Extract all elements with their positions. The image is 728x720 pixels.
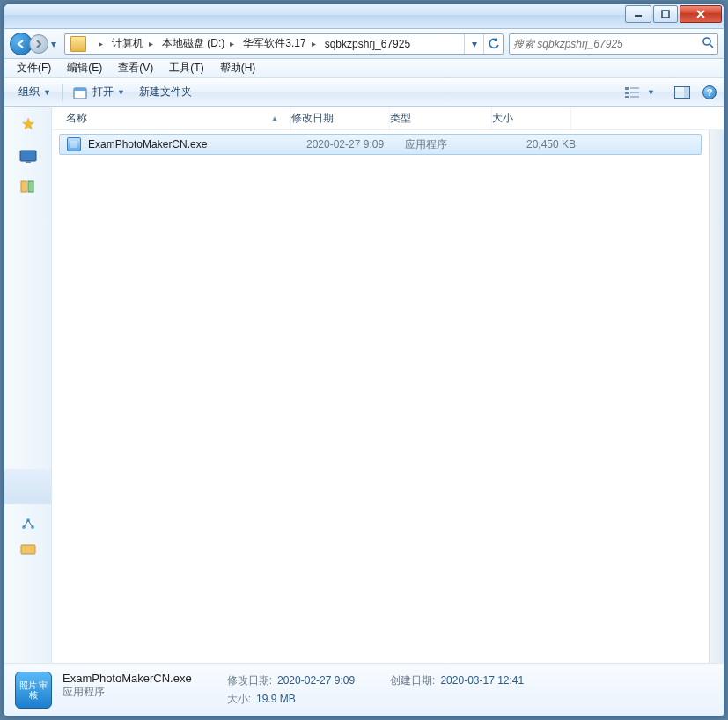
svg-rect-13 <box>684 87 689 98</box>
toolbar-right: ▼ ? <box>617 82 717 103</box>
file-list[interactable]: ExamPhotoMakerCN.exe 2020-02-27 9:09 应用程… <box>52 130 709 663</box>
column-label: 名称 <box>66 111 87 126</box>
search-box[interactable] <box>509 33 718 55</box>
details-filename: ExamPhotoMakerCN.exe <box>63 672 192 685</box>
folder-icon <box>70 36 86 52</box>
svg-rect-16 <box>21 181 26 192</box>
address-dropdown[interactable]: ▾ <box>464 34 483 54</box>
menu-edit[interactable]: 编辑(E) <box>60 59 109 77</box>
file-view: 名称▲ 修改日期 类型 大小 ExamPhotoMakerCN.exe 2020… <box>52 107 724 663</box>
svg-rect-6 <box>625 87 629 90</box>
minimize-button[interactable] <box>625 5 651 23</box>
file-type: 应用程序 <box>405 137 507 152</box>
nav-buttons: ▾ <box>10 32 59 56</box>
open-button[interactable]: 打开▼ <box>66 82 132 103</box>
column-headers: 名称▲ 修改日期 类型 大小 <box>52 107 724 130</box>
vertical-scrollbar[interactable] <box>709 130 724 663</box>
svg-line-3 <box>710 44 713 48</box>
libraries-icon[interactable] <box>19 180 37 194</box>
details-filetype: 应用程序 <box>63 685 192 700</box>
breadcrumb-label: 华军软件3.17 <box>243 36 305 51</box>
details-created-label: 创建日期: <box>390 672 435 689</box>
address-bar[interactable]: ▸ 计算机▸ 本地磁盘 (D:)▸ 华军软件3.17▸ sqbkzpshrj_6… <box>64 33 504 55</box>
svg-rect-7 <box>625 92 629 94</box>
preview-pane-button[interactable] <box>667 82 697 103</box>
toolbar-separator <box>62 84 63 101</box>
menu-view[interactable]: 查看(V) <box>111 59 160 77</box>
menu-bar: 文件(F) 编辑(E) 查看(V) 工具(T) 帮助(H) <box>4 59 724 78</box>
navigation-pane[interactable]: ★ <box>4 107 52 663</box>
column-date[interactable]: 修改日期 <box>291 107 390 129</box>
desktop-icon[interactable] <box>19 150 37 164</box>
menu-tools[interactable]: 工具(T) <box>162 59 210 77</box>
history-dropdown[interactable]: ▾ <box>48 33 59 55</box>
file-name: ExamPhotoMakerCN.exe <box>88 138 306 151</box>
file-size: 20,450 KB <box>507 138 586 151</box>
favorites-icon[interactable]: ★ <box>21 114 35 134</box>
organize-button[interactable]: 组织▼ <box>11 82 58 103</box>
breadcrumb-label: 本地磁盘 (D:) <box>162 36 224 51</box>
window-controls <box>625 5 722 23</box>
computer-icon[interactable] <box>19 543 37 557</box>
open-icon <box>73 86 89 99</box>
file-date: 2020-02-27 9:09 <box>306 138 405 151</box>
details-file-icon: 照片 审核 <box>15 672 52 709</box>
open-label: 打开 <box>92 84 114 99</box>
sort-indicator-icon: ▲ <box>271 114 278 122</box>
breadcrumb-computer[interactable]: 计算机▸ <box>108 34 158 54</box>
explorer-window: ▾ ▸ 计算机▸ 本地磁盘 (D:)▸ 华军软件3.17▸ sqbkzpshrj… <box>4 4 724 716</box>
titlebar <box>4 4 724 29</box>
breadcrumb-label: 计算机 <box>112 36 143 51</box>
breadcrumb-drive[interactable]: 本地磁盘 (D:)▸ <box>158 34 239 54</box>
breadcrumb-folder2[interactable]: sqbkzpshrj_67925 <box>321 34 415 54</box>
refresh-button[interactable] <box>483 34 503 54</box>
details-modified-value: 2020-02-27 9:09 <box>277 672 355 689</box>
svg-rect-14 <box>20 151 36 161</box>
svg-rect-17 <box>28 181 33 192</box>
column-type[interactable]: 类型 <box>390 107 492 129</box>
address-bar-end: ▾ <box>464 34 503 54</box>
maximize-button[interactable] <box>653 5 678 23</box>
content-area: ★ 名称▲ 修改日期 类型 大小 ExamPhotoMakerCN.exe 20… <box>4 107 724 663</box>
breadcrumb-sep-root[interactable]: ▸ <box>90 34 108 54</box>
svg-rect-8 <box>625 96 629 98</box>
close-button[interactable] <box>680 5 722 23</box>
sidebar-splitter-handle[interactable] <box>4 469 51 504</box>
svg-rect-15 <box>26 161 31 163</box>
view-mode-button[interactable]: ▼ <box>617 82 662 103</box>
command-bar: 组织▼ 打开▼ 新建文件夹 ▼ ? <box>4 78 724 107</box>
exe-icon <box>67 137 81 151</box>
details-modified-label: 修改日期: <box>227 672 272 689</box>
network-icon[interactable] <box>19 517 37 531</box>
details-info: ExamPhotoMakerCN.exe 应用程序 修改日期:2020-02-2… <box>63 672 524 708</box>
svg-rect-1 <box>662 11 669 18</box>
details-pane: 照片 审核 ExamPhotoMakerCN.exe 应用程序 修改日期:202… <box>4 663 724 716</box>
new-folder-button[interactable]: 新建文件夹 <box>132 82 199 103</box>
organize-label: 组织 <box>18 84 40 99</box>
column-size[interactable]: 大小 <box>492 107 571 129</box>
svg-rect-5 <box>74 88 86 91</box>
search-input[interactable] <box>513 38 698 50</box>
navigation-bar: ▾ ▸ 计算机▸ 本地磁盘 (D:)▸ 华军软件3.17▸ sqbkzpshrj… <box>4 29 724 59</box>
breadcrumb-label: sqbkzpshrj_67925 <box>325 38 410 50</box>
menu-file[interactable]: 文件(F) <box>10 59 58 77</box>
breadcrumb-folder1[interactable]: 华军软件3.17▸ <box>239 34 320 54</box>
svg-point-2 <box>703 38 710 45</box>
menu-help[interactable]: 帮助(H) <box>213 59 263 77</box>
details-created-value: 2020-03-17 12:41 <box>440 672 524 689</box>
search-icon[interactable] <box>702 36 714 51</box>
details-size-label: 大小: <box>227 690 251 708</box>
details-size-value: 19.9 MB <box>256 690 296 708</box>
file-row[interactable]: ExamPhotoMakerCN.exe 2020-02-27 9:09 应用程… <box>59 134 702 155</box>
svg-rect-21 <box>21 545 35 554</box>
column-name[interactable]: 名称▲ <box>66 107 291 129</box>
forward-button[interactable] <box>29 34 48 54</box>
help-button[interactable]: ? <box>702 85 717 99</box>
